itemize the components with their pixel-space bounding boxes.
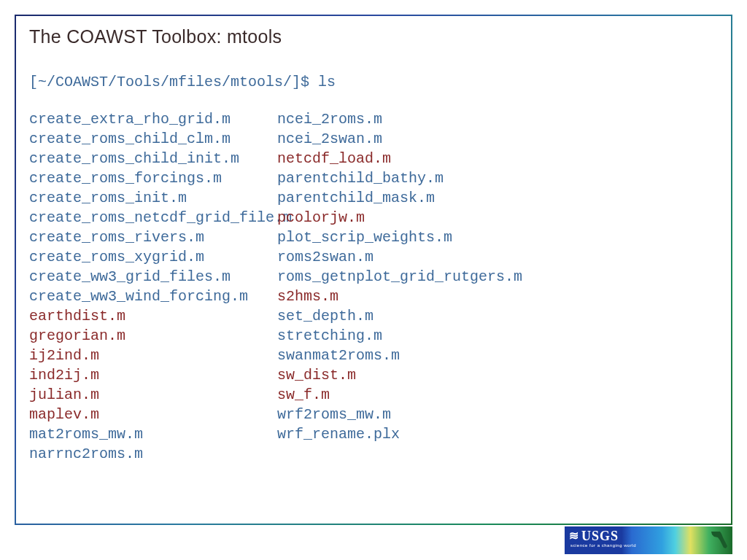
- listing-row: narrnc2roms.m: [29, 444, 718, 464]
- usgs-wave-icon: ≋: [569, 531, 578, 541]
- directory-listing: create_extra_rho_grid.mncei_2roms.mcreat…: [29, 109, 718, 464]
- florida-icon: [710, 529, 730, 551]
- listing-filename: pcolorjw.m: [277, 208, 365, 228]
- listing-row: create_extra_rho_grid.mncei_2roms.m: [29, 109, 718, 129]
- listing-filename: create_roms_child_clm.m: [29, 129, 277, 149]
- listing-filename: ncei_2swan.m: [277, 129, 382, 149]
- slide-title: The COAWST Toolbox: mtools: [29, 26, 718, 47]
- listing-row: create_roms_forcings.mparentchild_bathy.…: [29, 168, 718, 188]
- listing-filename: stretching.m: [277, 326, 382, 346]
- listing-filename: ind2ij.m: [29, 365, 277, 385]
- listing-filename: create_ww3_grid_files.m: [29, 267, 277, 287]
- listing-filename: gregorian.m: [29, 326, 277, 346]
- listing-filename: narrnc2roms.m: [29, 444, 277, 464]
- usgs-logo: ≋ USGS science for a changing world: [569, 529, 636, 548]
- listing-row: create_roms_netcdf_grid_file.mpcolorjw.m: [29, 208, 718, 228]
- listing-filename: wrf_rename.plx: [277, 424, 400, 444]
- listing-row: create_ww3_wind_forcing.ms2hms.m: [29, 287, 718, 306]
- listing-row: create_roms_rivers.mplot_scrip_weights.m: [29, 228, 718, 247]
- listing-filename: create_roms_rivers.m: [29, 228, 277, 247]
- listing-filename: create_roms_init.m: [29, 188, 277, 208]
- listing-row: create_roms_init.mparentchild_mask.m: [29, 188, 718, 208]
- listing-row: ij2ind.mswanmat2roms.m: [29, 346, 718, 365]
- usgs-tagline: science for a changing world: [570, 543, 636, 548]
- listing-filename: julian.m: [29, 385, 277, 405]
- shell-prompt: [~/COAWST/Tools/mfiles/mtools/]$ ls: [29, 74, 718, 90]
- listing-row: maplev.mwrf2roms_mw.m: [29, 405, 718, 424]
- listing-row: mat2roms_mw.mwrf_rename.plx: [29, 424, 718, 444]
- listing-filename: ij2ind.m: [29, 346, 277, 365]
- listing-filename: create_ww3_wind_forcing.m: [29, 287, 277, 306]
- listing-filename: earthdist.m: [29, 306, 277, 326]
- listing-filename: netcdf_load.m: [277, 149, 391, 168]
- listing-row: gregorian.mstretching.m: [29, 326, 718, 346]
- listing-row: create_roms_child_init.mnetcdf_load.m: [29, 149, 718, 168]
- listing-filename: create_roms_child_init.m: [29, 149, 277, 168]
- listing-filename: create_roms_netcdf_grid_file.m: [29, 208, 277, 228]
- listing-filename: set_depth.m: [277, 306, 374, 326]
- listing-row: julian.msw_f.m: [29, 385, 718, 405]
- listing-row: ind2ij.msw_dist.m: [29, 365, 718, 385]
- listing-filename: roms_getnplot_grid_rutgers.m: [277, 267, 522, 287]
- listing-filename: s2hms.m: [277, 287, 338, 306]
- listing-filename: maplev.m: [29, 405, 277, 424]
- footer-color-band: ≋ USGS science for a changing world: [565, 526, 732, 554]
- slide-frame: The COAWST Toolbox: mtools [~/COAWST/Too…: [15, 15, 732, 525]
- listing-filename: swanmat2roms.m: [277, 346, 400, 365]
- listing-filename: mat2roms_mw.m: [29, 424, 277, 444]
- listing-filename: parentchild_mask.m: [277, 188, 435, 208]
- usgs-text: USGS: [581, 529, 619, 542]
- listing-row: create_ww3_grid_files.mroms_getnplot_gri…: [29, 267, 718, 287]
- listing-filename: create_extra_rho_grid.m: [29, 109, 277, 129]
- listing-filename: sw_dist.m: [277, 365, 356, 385]
- listing-filename: wrf2roms_mw.m: [277, 405, 391, 424]
- listing-filename: sw_f.m: [277, 385, 330, 405]
- listing-filename: create_roms_forcings.m: [29, 168, 277, 188]
- listing-filename: plot_scrip_weights.m: [277, 228, 452, 247]
- footer: ≋ USGS science for a changing world: [565, 526, 732, 554]
- listing-row: create_roms_child_clm.mncei_2swan.m: [29, 129, 718, 149]
- listing-filename: create_roms_xygrid.m: [29, 247, 277, 267]
- listing-filename: ncei_2roms.m: [277, 109, 382, 129]
- listing-row: create_roms_xygrid.mroms2swan.m: [29, 247, 718, 267]
- listing-filename: roms2swan.m: [277, 247, 374, 267]
- listing-filename: parentchild_bathy.m: [277, 168, 444, 188]
- listing-row: earthdist.mset_depth.m: [29, 306, 718, 326]
